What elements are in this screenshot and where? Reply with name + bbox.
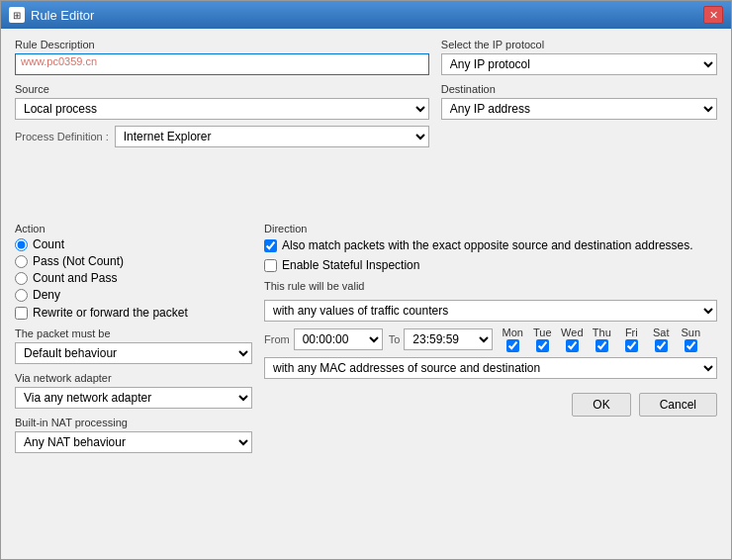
action-pass-option[interactable]: Pass (Not Count) — [15, 254, 252, 268]
day-wed-checkbox[interactable] — [566, 339, 579, 352]
ok-button[interactable]: OK — [572, 393, 630, 417]
direction-label: Direction — [264, 223, 717, 234]
top-row: Rule Description www.pc0359.cn Select th… — [15, 39, 717, 75]
action-pass-radio[interactable] — [15, 255, 28, 268]
traffic-counter-select[interactable]: with any values of traffic counters when… — [264, 300, 717, 322]
day-tue: Tue — [528, 327, 556, 352]
day-thu: Thu — [588, 327, 615, 352]
day-sat-label: Sat — [647, 327, 675, 338]
network-adapter-section: Via network adapter Via any network adap… — [15, 372, 252, 409]
network-adapter-label: Via network adapter — [15, 372, 252, 384]
time-days-row: From 00:00:00 To 23:59:59 — [264, 327, 717, 352]
day-mon-label: Mon — [499, 327, 526, 338]
also-match-checkbox[interactable] — [264, 239, 277, 252]
title-bar: ⊞ Rule Editor ✕ — [1, 1, 731, 29]
day-tue-label: Tue — [528, 327, 556, 338]
day-wed: Wed — [558, 327, 586, 352]
right-panel: Direction Also match packets with the ex… — [264, 223, 717, 419]
action-section: Action Count Pass (Not Count) Count a — [15, 223, 252, 320]
day-tue-checkbox[interactable] — [536, 339, 549, 352]
also-match-label: Also match packets with the exact opposi… — [282, 238, 693, 252]
rule-desc-wrapper: www.pc0359.cn — [15, 53, 429, 75]
rewrite-label: Rewrite or forward the packet — [33, 306, 188, 320]
dialog-buttons: OK Cancel — [264, 387, 717, 419]
process-def-select[interactable]: Internet Explorer Firefox Chrome Any — [115, 126, 429, 147]
action-count-pass-radio[interactable] — [15, 272, 28, 285]
action-deny-radio[interactable] — [15, 289, 28, 302]
stateful-item[interactable]: Enable Stateful Inspection — [264, 258, 717, 272]
stateful-checkbox[interactable] — [264, 259, 277, 272]
destination-label: Destination — [441, 83, 717, 95]
rewrite-checkbox[interactable] — [15, 307, 28, 320]
packet-section: The packet must be Default behaviour Inc… — [15, 327, 252, 364]
window-icon: ⊞ — [9, 7, 25, 23]
nat-label: Built-in NAT processing — [15, 417, 252, 428]
ip-protocol-section: Select the IP protocol Any IP protocol T… — [441, 39, 717, 75]
process-def-row: Process Definition : Internet Explorer F… — [15, 126, 429, 147]
rule-description-input[interactable] — [15, 53, 429, 75]
close-button[interactable]: ✕ — [703, 6, 723, 24]
validity-label: This rule will be valid — [264, 280, 717, 292]
source-label: Source — [15, 83, 429, 95]
day-fri-label: Fri — [617, 327, 645, 338]
cancel-button[interactable]: Cancel — [639, 393, 717, 417]
rule-desc-label: Rule Description — [15, 39, 429, 50]
window-title: Rule Editor — [31, 8, 94, 23]
to-time-select[interactable]: 23:59:59 — [404, 328, 493, 350]
rule-editor-window: ⊞ Rule Editor ✕ Rule Description www.pc0… — [0, 0, 732, 560]
packet-select[interactable]: Default behaviour Incoming Outgoing — [15, 342, 252, 364]
action-count-pass-option[interactable]: Count and Pass — [15, 271, 252, 285]
day-sun-checkbox[interactable] — [685, 339, 697, 352]
destination-select[interactable]: Any IP address Local process Specific IP — [441, 98, 717, 120]
action-deny-option[interactable]: Deny — [15, 288, 252, 302]
direction-section: Direction Also match packets with the ex… — [264, 223, 717, 272]
day-sat: Sat — [647, 327, 675, 352]
mac-address-select[interactable]: with any MAC addresses of source and des… — [264, 357, 717, 379]
day-fri-checkbox[interactable] — [625, 339, 638, 352]
also-match-item[interactable]: Also match packets with the exact opposi… — [264, 238, 717, 252]
day-thu-checkbox[interactable] — [595, 339, 608, 352]
rule-desc-section: Rule Description www.pc0359.cn — [15, 39, 429, 75]
day-sun-label: Sun — [677, 327, 704, 338]
nat-select[interactable]: Any NAT behaviour NAT enabled NAT disabl… — [15, 431, 252, 453]
day-mon: Mon — [499, 327, 526, 352]
day-sun: Sun — [677, 327, 704, 352]
source-dest-row: Source Local process Any IP address Spec… — [15, 83, 717, 147]
source-section: Source Local process Any IP address Spec… — [15, 83, 429, 147]
source-select[interactable]: Local process Any IP address Specific IP — [15, 98, 429, 120]
stateful-label: Enable Stateful Inspection — [282, 258, 419, 272]
bottom-main-row: Action Count Pass (Not Count) Count a — [15, 223, 717, 549]
action-count-label: Count — [33, 237, 64, 251]
left-panel: Action Count Pass (Not Count) Count a — [15, 223, 252, 453]
rewrite-checkbox-item[interactable]: Rewrite or forward the packet — [15, 306, 252, 320]
day-thu-label: Thu — [588, 327, 615, 338]
day-sat-checkbox[interactable] — [655, 339, 668, 352]
from-label: From — [264, 333, 290, 345]
day-mon-checkbox[interactable] — [506, 339, 519, 352]
ip-protocol-label: Select the IP protocol — [441, 39, 717, 50]
process-def-label: Process Definition : — [15, 131, 109, 142]
to-label: To — [389, 333, 401, 345]
action-count-radio[interactable] — [15, 238, 28, 251]
days-section: Mon Tue Wed — [499, 327, 704, 352]
ip-protocol-select[interactable]: Any IP protocol TCP UDP ICMP — [441, 53, 717, 75]
destination-section: Destination Any IP address Local process… — [441, 83, 717, 120]
from-section: From 00:00:00 — [264, 328, 383, 350]
action-count-pass-label: Count and Pass — [33, 271, 117, 285]
packet-label: The packet must be — [15, 327, 252, 339]
from-time-select[interactable]: 00:00:00 — [294, 328, 383, 350]
action-count-option[interactable]: Count — [15, 237, 252, 251]
to-section: To 23:59:59 — [389, 328, 494, 350]
action-label: Action — [15, 223, 252, 234]
network-adapter-select[interactable]: Via any network adapter Ethernet Wi-Fi — [15, 387, 252, 409]
action-radio-group: Count Pass (Not Count) Count and Pass — [15, 237, 252, 302]
nat-section: Built-in NAT processing Any NAT behaviou… — [15, 417, 252, 453]
action-pass-label: Pass (Not Count) — [33, 254, 124, 268]
main-content: Rule Description www.pc0359.cn Select th… — [1, 29, 731, 559]
action-deny-label: Deny — [33, 288, 60, 302]
day-fri: Fri — [617, 327, 645, 352]
validity-section: This rule will be valid with any values … — [264, 280, 717, 379]
day-wed-label: Wed — [558, 327, 586, 338]
spacer — [15, 155, 717, 215]
